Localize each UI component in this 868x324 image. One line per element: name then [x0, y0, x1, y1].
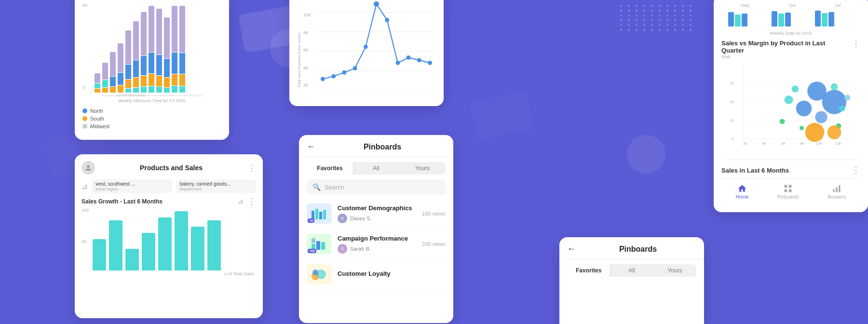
- nav-home[interactable]: Home: [736, 184, 749, 200]
- pinboard-user-1: Sarah B.: [350, 246, 371, 252]
- filter-dept-value: bakery, canned goods...: [180, 181, 253, 187]
- bar-chart: [91, 208, 256, 270]
- line-chart-y-label: Total View Runtime linear model: [297, 0, 301, 90]
- sales-6m-header: Sales in Last 6 Months ⋮: [721, 166, 860, 175]
- nav-home-label: Home: [736, 194, 749, 200]
- svg-point-72: [312, 270, 318, 275]
- svg-rect-19: [742, 14, 747, 27]
- legend-south: South: [82, 116, 221, 122]
- top-subtitle: Weekly Date for 2019: [721, 31, 860, 36]
- svg-point-16: [428, 61, 432, 65]
- user-avatar-1: S: [338, 244, 347, 254]
- search-bar[interactable]: 🔍 Search: [307, 179, 446, 195]
- svg-text:10K: 10K: [816, 141, 822, 146]
- tab2-favorites[interactable]: Favorites: [567, 264, 610, 277]
- nav-pinboards[interactable]: Pinboards: [777, 184, 799, 200]
- legend-midwest-label: Midwest: [90, 123, 109, 129]
- svg-rect-61: [839, 185, 840, 192]
- sales-6m-menu-button[interactable]: ⋮: [852, 166, 860, 175]
- tab-group: Favorites All Yours: [307, 162, 446, 175]
- pinboards-card: ← Pinboards Favorites All Yours 🔍 Search…: [299, 135, 453, 323]
- products-title: Products and Sales: [95, 164, 247, 172]
- scatter-title: Sales vs Margin by Product in Last Quart…: [721, 40, 852, 54]
- line-chart-card: Total View Runtime linear model 12K 10K …: [289, 0, 444, 106]
- svg-point-53: [827, 125, 841, 139]
- tab-favorites[interactable]: Favorites: [307, 162, 353, 175]
- svg-text:8K: 8K: [800, 141, 805, 146]
- svg-rect-18: [735, 14, 741, 27]
- svg-point-8: [342, 70, 346, 75]
- tab-yours[interactable]: Yours: [399, 162, 446, 175]
- svg-point-13: [396, 61, 400, 65]
- svg-point-14: [407, 55, 411, 60]
- svg-rect-64: [319, 212, 322, 219]
- line-y-6k: 6K: [303, 48, 315, 53]
- top-bar-jun: Jun: [788, 3, 796, 8]
- back-button[interactable]: ←: [307, 142, 315, 152]
- filter-icon[interactable]: ⊿: [81, 182, 88, 191]
- bottom-nav: Home Pinboards Answers: [721, 178, 860, 202]
- tab-all[interactable]: All: [353, 162, 399, 175]
- nav-answers[interactable]: Answers: [827, 184, 846, 200]
- bar-3: [125, 249, 139, 271]
- bar-2: [109, 220, 122, 270]
- svg-point-52: [805, 123, 825, 142]
- back-button-2[interactable]: ←: [567, 244, 576, 254]
- tab-group-2: Favorites All Yours: [567, 264, 696, 277]
- sales-chart-title: Sales Growth - Last 6 Months: [81, 198, 163, 205]
- nav-answers-label: Answers: [827, 194, 846, 200]
- y-axis-top: 50: [82, 3, 92, 8]
- pinboards-icon: [783, 184, 793, 193]
- svg-rect-59: [833, 189, 835, 192]
- products-menu-button[interactable]: ⋮: [247, 163, 256, 172]
- pinboards2-header: ← Pinboards: [559, 237, 704, 259]
- svg-rect-24: [822, 13, 827, 27]
- svg-rect-56: [789, 185, 792, 188]
- pinboards-header: ← Pinboards: [299, 135, 453, 157]
- bar-1: [93, 239, 106, 270]
- pinboard-item-2[interactable]: Customer Loyalty: [299, 259, 453, 290]
- filter-region-label: store region: [95, 187, 168, 191]
- filter-row: ⊿ west, southwest ... store region baker…: [81, 179, 256, 193]
- pinboard-meta-0: D Davey S.: [338, 214, 416, 223]
- y-50: 50: [81, 239, 89, 244]
- svg-rect-67: [316, 241, 320, 250]
- pinboard-item-1[interactable]: +89 Campaign Performance S Sarah B. 200 …: [299, 229, 453, 259]
- home-icon: [737, 184, 747, 193]
- pinboard-name-1: Campaign Performance: [338, 235, 416, 242]
- bar-8: [207, 220, 221, 270]
- svg-point-48: [839, 106, 845, 112]
- user-avatar: [81, 161, 95, 175]
- search-icon: 🔍: [312, 183, 321, 191]
- pinboard-item-0[interactable]: +4 Customer Demographics D Davey S. 160 …: [299, 199, 453, 229]
- pinboard-info-2: Customer Loyalty: [338, 270, 446, 279]
- scatter-chart-card: May Jun Jul Weekly Date for 2019 Sales v…: [714, 0, 868, 212]
- scatter-header: Sales vs Margin by Product in Last Quart…: [721, 40, 860, 63]
- tab2-yours[interactable]: Yours: [653, 264, 696, 277]
- products-header: Products and Sales ⋮: [81, 161, 256, 175]
- scatter-svg: 75 50 25 0 2K 4K 6K 8K 10K 12K: [721, 65, 860, 152]
- tab2-all[interactable]: All: [610, 264, 653, 277]
- svg-point-45: [785, 95, 793, 104]
- y-axis: 100 50: [81, 208, 89, 270]
- x-axis-label: Weekly Minimum Time for FY 2020: [82, 98, 221, 103]
- pinboard-views-0: 160 views: [422, 211, 446, 216]
- chart-menu-button[interactable]: ⋮: [247, 197, 256, 206]
- svg-rect-65: [323, 210, 326, 219]
- filter-region[interactable]: west, southwest ... store region: [92, 179, 172, 193]
- pinboard-user-0: Davey S.: [350, 216, 372, 221]
- scatter-menu-button[interactable]: ⋮: [852, 40, 860, 48]
- chart-filter-icon[interactable]: ⊿: [238, 197, 244, 206]
- svg-point-47: [831, 83, 838, 90]
- nav-pinboards-label: Pinboards: [777, 194, 799, 200]
- svg-rect-63: [315, 209, 318, 219]
- y-axis-side-label: n of Total Sales: [81, 271, 256, 276]
- filter-department[interactable]: bakery, canned goods... department: [176, 179, 257, 193]
- answers-icon: [832, 184, 841, 193]
- svg-point-11: [374, 1, 379, 7]
- legend-north: North: [82, 108, 221, 114]
- svg-point-44: [815, 111, 827, 123]
- bar-7: [191, 227, 204, 270]
- svg-point-50: [800, 126, 804, 130]
- pinboard-name-2: Customer Loyalty: [338, 270, 446, 277]
